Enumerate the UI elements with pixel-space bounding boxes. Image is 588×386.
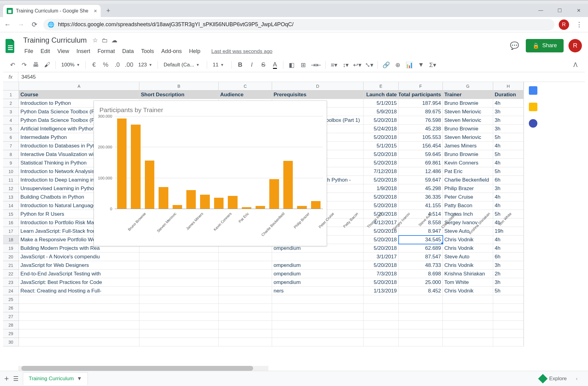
col-head-D[interactable]: D (272, 82, 364, 90)
cell[interactable]: 3h (493, 108, 524, 116)
cell[interactable] (493, 304, 524, 312)
cell[interactable]: JavaScript: Best Practices for Code (19, 278, 139, 287)
cell[interactable] (219, 287, 272, 295)
row-head[interactable]: 16 (3, 218, 19, 227)
number-format-select[interactable]: 123▼ (136, 62, 155, 68)
fill-color-button[interactable]: ◧ (286, 60, 297, 70)
chart-bar[interactable] (297, 206, 307, 209)
cell[interactable] (272, 253, 364, 261)
chart-bar[interactable] (228, 196, 237, 209)
cell[interactable]: 76.598 (399, 116, 443, 125)
cell[interactable] (219, 304, 272, 312)
cell[interactable]: Steve Auto (443, 253, 493, 261)
chart-bar[interactable] (283, 161, 293, 209)
comments-button[interactable]: 💬 (508, 39, 521, 52)
chart-bar[interactable] (145, 161, 154, 209)
cell[interactable]: 5h (493, 167, 524, 176)
row-head[interactable]: 3 (3, 108, 19, 116)
cell[interactable]: Steven Meriovic (443, 133, 493, 142)
header-cell[interactable]: Audience (219, 90, 272, 99)
cell[interactable]: 1/13/2019 (364, 287, 399, 295)
cell[interactable]: 5/1/2015 (364, 99, 399, 108)
col-head-H[interactable]: H (493, 82, 524, 90)
row-head[interactable]: 22 (3, 270, 19, 278)
row-head[interactable]: 8 (3, 150, 19, 159)
zoom-select[interactable]: 100%▼ (59, 62, 82, 68)
chart-bar[interactable] (117, 119, 127, 209)
menu-view[interactable]: View (54, 47, 72, 56)
cell[interactable]: Chris Vodnik (443, 235, 493, 244)
share-button[interactable]: 🔒 Share (526, 39, 564, 52)
cell[interactable]: 3h (493, 116, 524, 125)
cell[interactable] (399, 304, 443, 312)
decrease-decimal-button[interactable]: .0 (112, 60, 122, 70)
chart-bar[interactable] (131, 125, 140, 209)
back-button[interactable]: ← (3, 20, 12, 29)
cell[interactable]: James Miners (443, 142, 493, 150)
cell[interactable] (139, 278, 219, 287)
tasks-addon-icon[interactable] (529, 119, 537, 128)
row-head[interactable]: 11 (3, 176, 19, 184)
row-head[interactable]: 20 (3, 253, 19, 261)
cell[interactable]: 156.454 (399, 142, 443, 150)
address-bar[interactable]: 🌐 https://docs.google.com/spreadsheets/d… (43, 19, 554, 30)
formula-value[interactable]: 34545 (18, 74, 39, 80)
chart-bar[interactable] (256, 206, 265, 209)
menu-insert[interactable]: Insert (74, 47, 93, 56)
row-head[interactable]: 26 (3, 304, 19, 312)
cell[interactable] (364, 304, 399, 312)
cell[interactable] (19, 312, 139, 321)
cell[interactable]: 5/20/2018 (364, 176, 399, 184)
cell[interactable]: 3/1/2017 (364, 253, 399, 261)
add-sheet-button[interactable]: + (4, 374, 9, 383)
cell[interactable] (399, 312, 443, 321)
cell[interactable] (219, 278, 272, 287)
row-head[interactable]: 24 (3, 287, 19, 295)
cell[interactable] (219, 253, 272, 261)
cell[interactable]: React: Creating and Hosting a Full- (19, 287, 139, 295)
browser-profile-avatar[interactable]: R (559, 19, 569, 30)
new-tab-button[interactable]: + (103, 5, 113, 16)
cell[interactable] (272, 312, 364, 321)
keep-addon-icon[interactable] (529, 103, 537, 111)
undo-button[interactable]: ↶ (7, 60, 18, 70)
cell[interactable]: 8.698 (399, 270, 443, 278)
sheets-home-icon[interactable] (3, 37, 18, 55)
link-button[interactable]: 🔗 (381, 60, 391, 70)
print-button[interactable]: 🖶 (30, 60, 41, 70)
cell[interactable]: 5/24/2018 (364, 125, 399, 133)
cell[interactable]: Steven Meriovic (443, 108, 493, 116)
cell[interactable] (493, 321, 524, 329)
cell[interactable]: 7/12/2018 (364, 167, 399, 176)
cell[interactable]: 4h (493, 201, 524, 210)
col-head-A[interactable]: A (19, 82, 139, 90)
horizontal-scrollbar[interactable] (18, 366, 268, 371)
cell[interactable]: 5/20/2018 (364, 244, 399, 253)
menu-data[interactable]: Data (119, 47, 137, 56)
cell[interactable]: 45.298 (399, 184, 443, 193)
row-head[interactable]: 29 (3, 329, 19, 338)
cell[interactable]: Chris Vodnik (443, 261, 493, 270)
menu-file[interactable]: File (21, 47, 36, 56)
cell[interactable] (219, 338, 272, 346)
cell[interactable] (272, 304, 364, 312)
col-head-C[interactable]: C (219, 82, 272, 90)
row-head[interactable]: 15 (3, 210, 19, 218)
header-cell[interactable]: Prerequisites (272, 90, 364, 99)
cell[interactable]: 4h (493, 193, 524, 201)
header-cell[interactable]: Duration (493, 90, 524, 99)
cell[interactable]: 3h (493, 261, 524, 270)
cell[interactable]: 59.647 (399, 176, 443, 184)
cell[interactable] (219, 270, 272, 278)
rotate-button[interactable]: ⤡▾ (364, 60, 375, 70)
row-head[interactable]: 28 (3, 321, 19, 329)
menu-add-ons[interactable]: Add-ons (158, 47, 185, 56)
cell[interactable] (19, 304, 139, 312)
cell[interactable]: 187.954 (399, 99, 443, 108)
cell[interactable]: Philip Brazer (443, 184, 493, 193)
row-head[interactable]: 30 (3, 338, 19, 346)
cell[interactable]: 34.545 (399, 235, 443, 244)
row-head[interactable]: 14 (3, 201, 19, 210)
row-head[interactable]: 5 (3, 125, 19, 133)
cell[interactable] (139, 338, 219, 346)
